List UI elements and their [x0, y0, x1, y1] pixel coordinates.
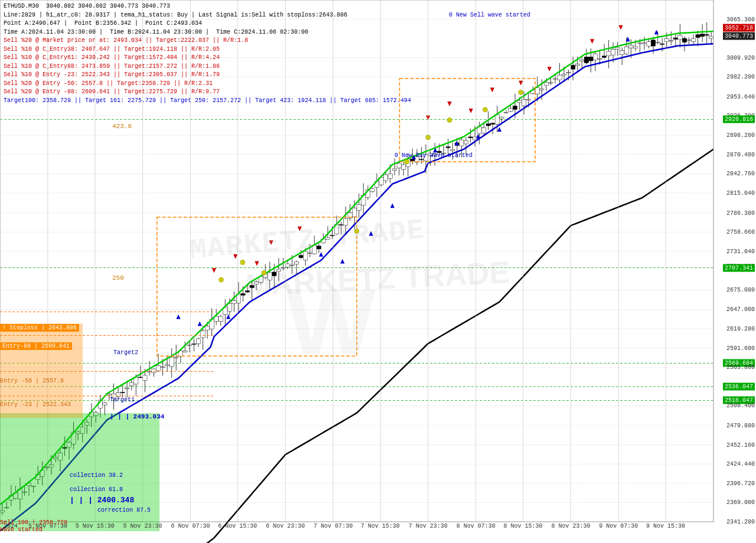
wave-started-label: Wave started	[0, 526, 43, 533]
level-423: 423.6	[112, 123, 132, 130]
target1-label: Target1	[110, 397, 135, 403]
correction-87-label: correction 87.5	[97, 507, 151, 513]
correction-38-label: collection 38.2	[70, 472, 123, 479]
level-250: 250	[112, 274, 124, 282]
stoploss-box: ! Stoploss | 2643.806	[0, 324, 79, 332]
chart-container: MARKETZ TRADE ETHUSD.M30 3040.802 3040.8…	[0, 0, 756, 543]
correction-61-label: collection 61.8	[70, 486, 123, 493]
price-2400-label: | | | 2400.348	[70, 496, 134, 505]
price-2493-label: | | | 2493.034	[110, 413, 164, 420]
entry50-label: Entry -50 | 2557.8	[0, 378, 64, 384]
target2-label: Target2	[113, 349, 138, 356]
entry23-label: Entry -23 | 2522.343	[0, 401, 71, 408]
buy-wave-label: 0 New Buy Wave started	[395, 152, 472, 159]
entry88-box: Entry-88 | 2609.641	[0, 342, 72, 350]
sell-wave-label: 0 New Sell wave started	[449, 12, 530, 18]
sell-wave-started: Sell 100 | 2358.729	[0, 519, 67, 526]
